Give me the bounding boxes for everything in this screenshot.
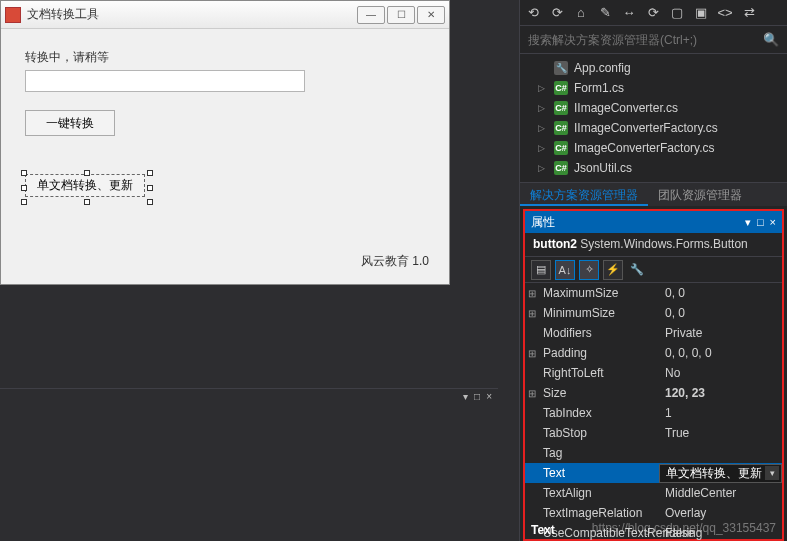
toolbar-icon[interactable]: <> xyxy=(718,6,732,20)
property-value[interactable]: True xyxy=(659,426,782,440)
properties-icon[interactable]: ✧ xyxy=(579,260,599,280)
toolbar-icon[interactable]: ⟲ xyxy=(526,6,540,20)
resize-handle[interactable] xyxy=(147,185,153,191)
properties-object-type: System.Windows.Forms.Button xyxy=(580,237,747,251)
resize-handle[interactable] xyxy=(21,199,27,205)
property-name: MaximumSize xyxy=(539,286,659,300)
toolbar-icon[interactable]: ↔ xyxy=(622,6,636,20)
minimize-button[interactable]: — xyxy=(357,6,385,24)
resize-handle[interactable] xyxy=(84,199,90,205)
resize-handle[interactable] xyxy=(147,199,153,205)
toolbar-icon[interactable]: ▢ xyxy=(670,6,684,20)
property-row[interactable]: ⊞Size120, 23 xyxy=(525,383,782,403)
form-titlebar[interactable]: 文档转换工具 — ☐ ✕ xyxy=(1,1,449,29)
button2-control[interactable]: 单文档转换、更新 xyxy=(25,174,145,197)
close-button[interactable]: ✕ xyxy=(417,6,445,24)
csharp-file-icon: C# xyxy=(554,101,568,115)
expand-icon[interactable]: ⊞ xyxy=(525,288,539,299)
panel-pin-icon[interactable]: □ xyxy=(757,216,764,229)
expand-arrow-icon[interactable]: ▷ xyxy=(538,103,548,113)
search-icon[interactable]: 🔍 xyxy=(763,32,779,47)
panel-close-icon[interactable]: × xyxy=(770,216,776,229)
toolbar-icon[interactable]: ⇄ xyxy=(742,6,756,20)
property-row[interactable]: RightToLeftNo xyxy=(525,363,782,383)
form-title: 文档转换工具 xyxy=(27,6,357,23)
solution-explorer-toolbar: ⟲⟳⌂✎↔⟳▢▣<>⇄ xyxy=(520,0,787,26)
expand-icon[interactable]: ⊞ xyxy=(525,308,539,319)
explorer-tabstrip: 解决方案资源管理器 团队资源管理器 xyxy=(520,182,787,206)
tree-item-label: ImageConverterFactory.cs xyxy=(574,141,715,155)
resize-handle[interactable] xyxy=(21,185,27,191)
resize-handle[interactable] xyxy=(21,170,27,176)
property-name: Tag xyxy=(539,446,659,460)
maximize-button[interactable]: ☐ xyxy=(387,6,415,24)
property-row[interactable]: TabStopTrue xyxy=(525,423,782,443)
toolbar-icon[interactable]: ⟳ xyxy=(646,6,660,20)
properties-object-selector[interactable]: button2 System.Windows.Forms.Button xyxy=(525,233,782,257)
tab-team-explorer[interactable]: 团队资源管理器 xyxy=(648,183,752,206)
property-row[interactable]: ⊞MaximumSize0, 0 xyxy=(525,283,782,303)
property-pages-icon[interactable]: 🔧 xyxy=(627,260,647,280)
property-value[interactable]: 单文档转换、更新▾ xyxy=(659,464,782,483)
property-value[interactable]: 120, 23 xyxy=(659,386,782,400)
form-app-icon xyxy=(5,7,21,23)
property-value[interactable]: 0, 0 xyxy=(659,286,782,300)
toolbar-icon[interactable]: ⌂ xyxy=(574,6,588,20)
tree-item[interactable]: ▷C#Form1.cs xyxy=(520,78,787,98)
tree-item[interactable]: ▷C#JsonUtil.cs xyxy=(520,158,787,178)
property-value[interactable]: 0, 0 xyxy=(659,306,782,320)
panel-dropdown-icon[interactable]: ▾ xyxy=(745,216,751,229)
resize-handle[interactable] xyxy=(84,170,90,176)
expand-arrow-icon[interactable]: ▷ xyxy=(538,143,548,153)
property-row[interactable]: ⊞MinimumSize0, 0 xyxy=(525,303,782,323)
tree-item[interactable]: ▷C#IImageConverterFactory.cs xyxy=(520,118,787,138)
toolbar-icon[interactable]: ⟳ xyxy=(550,6,564,20)
property-value[interactable]: Overlay xyxy=(659,506,782,520)
property-row[interactable]: TextAlignMiddleCenter xyxy=(525,483,782,503)
property-value[interactable]: Private xyxy=(659,326,782,340)
expand-arrow-icon[interactable]: ▷ xyxy=(538,123,548,133)
property-value[interactable]: No xyxy=(659,366,782,380)
tab-solution-explorer[interactable]: 解决方案资源管理器 xyxy=(520,183,648,206)
toolbar-icon[interactable]: ▣ xyxy=(694,6,708,20)
panel-dropdown-icon[interactable]: ▾ xyxy=(463,391,468,402)
tree-item-label: IImageConverter.cs xyxy=(574,101,678,115)
expand-icon[interactable]: ⊞ xyxy=(525,388,539,399)
property-row[interactable]: Tag xyxy=(525,443,782,463)
tree-item[interactable]: ▷C#ImageConverterFactory.cs xyxy=(520,138,787,158)
events-icon[interactable]: ⚡ xyxy=(603,260,623,280)
panel-pin-icon[interactable]: □ xyxy=(474,391,480,402)
toolbar-icon[interactable]: ✎ xyxy=(598,6,612,20)
categorized-icon[interactable]: ▤ xyxy=(531,260,551,280)
resize-handle[interactable] xyxy=(147,170,153,176)
tree-item-label: Form1.cs xyxy=(574,81,624,95)
property-name: TabIndex xyxy=(539,406,659,420)
form-designer-window: 文档转换工具 — ☐ ✕ 转换中，请稍等 一键转换 单文档转换、更新 风云教育 … xyxy=(0,0,450,285)
tree-item[interactable]: 🔧App.config xyxy=(520,58,787,78)
status-label: 转换中，请稍等 xyxy=(25,49,425,66)
property-value[interactable]: 1 xyxy=(659,406,782,420)
expand-arrow-icon[interactable]: ▷ xyxy=(538,83,548,93)
properties-description-name: Text xyxy=(531,523,555,537)
property-row[interactable]: TabIndex1 xyxy=(525,403,782,423)
form-body[interactable]: 转换中，请稍等 一键转换 单文档转换、更新 风云教育 1.0 xyxy=(1,29,449,284)
property-row[interactable]: TextImageRelationOverlay xyxy=(525,503,782,523)
property-row[interactable]: ModifiersPrivate xyxy=(525,323,782,343)
property-row[interactable]: ⊞Padding0, 0, 0, 0 xyxy=(525,343,782,363)
property-row[interactable]: Text单文档转换、更新▾ xyxy=(525,463,782,483)
properties-header[interactable]: 属性 ▾ □ × xyxy=(525,211,782,233)
alphabetical-icon[interactable]: A↓ xyxy=(555,260,575,280)
expand-arrow-icon[interactable]: ▷ xyxy=(538,163,548,173)
property-value[interactable]: 0, 0, 0, 0 xyxy=(659,346,782,360)
selected-control-wrap[interactable]: 单文档转换、更新 xyxy=(25,174,149,201)
solution-search-input[interactable] xyxy=(528,33,763,47)
convert-button[interactable]: 一键转换 xyxy=(25,110,115,136)
property-name: MinimumSize xyxy=(539,306,659,320)
property-name: TextImageRelation xyxy=(539,506,659,520)
expand-icon[interactable]: ⊞ xyxy=(525,348,539,359)
panel-close-icon[interactable]: × xyxy=(486,391,492,402)
tree-item[interactable]: ▷C#IImageConverter.cs xyxy=(520,98,787,118)
property-value[interactable]: MiddleCenter xyxy=(659,486,782,500)
dropdown-icon[interactable]: ▾ xyxy=(765,466,779,480)
properties-title: 属性 xyxy=(531,214,555,231)
